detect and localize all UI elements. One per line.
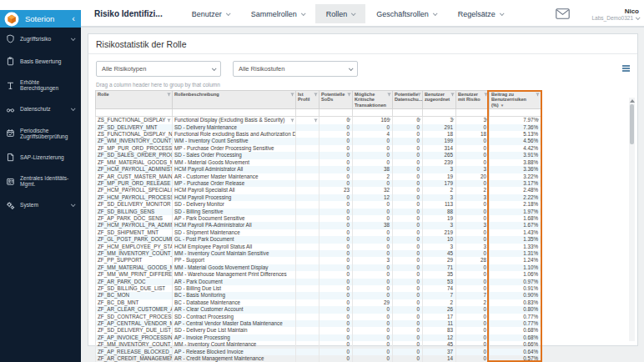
sidebar-item-sap-lizenzierung[interactable]: SAP-Lizenzierung [0,146,81,168]
tab-sammelrollen[interactable]: Sammelrollen [240,4,315,23]
filter-funnel-icon[interactable] [387,93,391,98]
table-row[interactable]: ZF_MP_PUR_ORD_PROCESSING_S...MP - Purcha… [96,145,541,152]
table-row[interactable]: ZF_SD_BILLING_SENSSD - Billing Sensitive… [96,209,541,215]
shield-icon [6,34,15,43]
table-row[interactable]: ZF_HCM_EMPLOYEE_PY_STATUS_ALLHCM Employe… [96,244,541,250]
sidebar-collapse-button[interactable]: ‹ [72,14,75,23]
sidebar-item-erh-hte-berechtigungen[interactable]: Erhöhte Berechtigungen [0,73,81,98]
filter-input-potentielle-sods[interactable] [319,109,353,117]
filter-input-benutzer-mit-risiko[interactable] [456,109,490,117]
cell-benutzer-zugeordnet: 3 [423,244,456,250]
column-header-benutzer-zugeordnet[interactable]: Benutzer zugeordnet [423,91,456,109]
mail-icon[interactable] [556,8,570,19]
table-row[interactable]: ZF_SD_SALES_ORDER_PROCESSINGSD - Sales O… [96,152,541,158]
table-row[interactable]: ZF_AR_PARK_DOCAR - Park Document0005300.… [96,279,541,285]
sidebar-item-basis-bewertung[interactable]: Basis Bewertung [0,50,81,73]
table-row[interactable]: ZF_PP_SUPPORTPP - Support03029281.24% [96,257,541,264]
column-header-potentielle-sods[interactable]: Potentielle SoDs [319,91,353,109]
table-row[interactable]: ZF_SD_CONTRACT_PROCESSINGSD - Contract P… [96,314,541,320]
table-row[interactable]: ZF_BC_MONBC - Basis Monitoring000770.90% [96,292,541,299]
module-title[interactable]: Risiko Identifizi... [94,9,163,18]
filter-funnel-icon[interactable] [167,111,171,126]
filter-input-moegliche-kritische-transaktionen[interactable] [353,109,393,117]
tab-rollen[interactable]: Rollen [315,4,366,23]
table-row[interactable]: ZF_AP_RELEASE_BLOCKED_INVOICEAP - Releas… [96,349,541,355]
sidebar-item-system[interactable]: System [0,194,81,217]
filter-funnel-icon[interactable] [417,111,421,126]
filter-funnel-icon[interactable] [484,111,488,126]
filter-funnel-icon[interactable] [314,93,318,98]
table-row[interactable]: ZF_HCM_PAYROLL_PROCESSING_ALLHCM Payroll… [96,194,541,201]
filter-funnel-icon[interactable] [347,111,351,126]
table-row[interactable]: ZF_WM_INVENTORY_COUNT_SENSWM - Inventory… [96,138,541,144]
table-row[interactable]: ZF_HCM_PAYROLL_SPECIALIST_ALLHCM Payroll… [96,187,541,194]
table-row[interactable]: ZF_GL_POST_PARK_DOCUMENTGL - Post Park D… [96,236,541,243]
table-row[interactable]: ZF_AR_CUST_MASTER_MAINTENAN...AR - Custo… [96,173,541,180]
tab-benutzer[interactable]: Benutzer [181,4,240,23]
filter-funnel-icon[interactable] [484,93,488,98]
filter-input-rolle[interactable] [96,109,173,117]
table-row[interactable]: ZF_AR_CLEAR_CUSTOMER_ACCOUNTAR - Clear C… [96,306,541,313]
table-row[interactable]: ZF_AP_CENTRAL_VENDOR_MD_MNTAP - Central … [96,320,541,327]
table-row[interactable]: ZF_MM_MATERIAL_GOODS_MOVE_MM - Material … [96,264,541,271]
table-row[interactable]: ZF_HCM_PAYROLL_PA_ADMIN_ALLHCM Payroll P… [96,222,541,229]
user-menu[interactable]: Nico Labs_Demo0321 [591,8,639,21]
filter-input-potentielle-datenschutz[interactable] [393,109,423,117]
sidebar-item-periodische-zugriffs-berpr-fung[interactable]: Periodische Zugriffsüberprüfung [0,121,81,147]
filter-funnel-icon[interactable] [450,93,455,98]
tab-gesch-ftsrollen[interactable]: Geschäftsrollen [365,4,447,23]
filter-input-beitrag-benutzerrisiken[interactable] [490,109,541,117]
sidebar-item-zugriffsrisiko[interactable]: Zugriffsrisiko [0,28,81,50]
vertical-scrollbar[interactable] [629,98,635,341]
table-row[interactable]: ZF_MP_PUR_ORD_RELEASEMP - Purchase Order… [96,180,541,187]
filter-funnel-icon[interactable] [347,93,351,98]
table-row[interactable]: ZF_MM_MATERIAL_GOODS_MOVEMM - Material G… [96,159,541,166]
filter-input-ist-profil[interactable] [296,109,319,117]
table-row[interactable]: ZF_SD_DELIVERY_MNTSD - Delivery Maintena… [96,124,541,131]
column-chooser-icon[interactable] [622,65,630,73]
risk-type-dropdown[interactable]: Alle Risikotypen [96,61,221,77]
column-header-rollenbeschreibung[interactable]: Rollenbeschreibung [173,91,296,109]
filter-funnel-icon[interactable] [290,93,294,98]
column-header-beitrag-benutzerrisiken[interactable]: Beitrag zu Benutzerrisiken (%)▼ [490,91,541,109]
table-row[interactable]: ZF_MM_WM_PRINT_DIFFERENCESMM - Warehouse… [96,271,541,278]
table-row[interactable]: ZF_AP_PARK_DOC_SENSAP - Park Document Se… [96,215,541,222]
filter-input-rollenbeschreibung[interactable] [173,109,296,117]
table-row[interactable]: ZF_BC_DB_MNTBC - Database Maintenance029… [96,299,541,306]
cell-benutzer-mit-risiko: 0 [456,334,490,341]
filter-funnel-icon[interactable] [417,93,421,98]
filter-funnel-icon[interactable] [536,93,540,98]
table-row[interactable]: ZF_SD_SHIPMENT_MNTSD - Shipment Maintena… [96,229,541,236]
scroll-up-arrow-icon[interactable] [630,99,635,103]
column-header-moegliche-kritische-transaktionen[interactable]: Mögliche Kritische Transaktionen [353,91,393,109]
cell-potentielle-datenschutz: 0 [393,173,423,180]
table-row[interactable]: ZF_MM_INVENTORY_COUNT_MNT_MM - Inventory… [96,250,541,257]
column-header-ist-profil[interactable]: Ist Profil [296,91,319,109]
sidebar-item-zentrales-identit-ts-mgmt[interactable]: Zentrales Identitäts-Mgmt. [0,168,81,194]
filter-funnel-icon[interactable] [387,111,391,126]
table-row[interactable]: ZF_MM_INVENTORY_COUNT_MNTMM - Inventory … [96,341,541,348]
filter-funnel-icon[interactable] [290,111,294,126]
table-row[interactable]: ZF_SD_DELIVERY_MONITORSD - Delivery Moni… [96,201,541,208]
filter-funnel-icon[interactable] [314,111,318,126]
column-header-rolle[interactable]: Rolle [96,91,173,109]
table-row[interactable]: ZF_HCM_PAYROLL_ADMINIST_ALLHCM Payroll A… [96,166,541,173]
table-row[interactable]: ZF_SD_DELIVERY_DUE_LIST_MNTSD - Delivery… [96,327,541,334]
table-row[interactable]: ZF_AR_CREDIT_MANAGEMENT_MNTAR - Credit M… [96,355,541,362]
cell-rolle: ZF_AP_RELEASE_BLOCKED_INVOICE [96,349,173,355]
column-header-potentielle-datenschutz[interactable]: Potentielle Datenschu... [393,91,423,109]
scrollbar-thumb[interactable] [630,104,634,144]
filter-input-benutzer-zugeordnet[interactable] [423,109,456,117]
table-row[interactable]: ZF_SD_BILLING_DUE_LISTSD - Billing Due L… [96,285,541,292]
table-row[interactable]: ZS_FUNCTIONAL_DISPLAY_NO_HCMFunctional R… [96,131,541,138]
tab-regels-tze[interactable]: Regelsätze [447,4,514,23]
filter-funnel-icon[interactable] [450,111,455,126]
cell-rollenbeschreibung: HCM Payroll Specialist All [173,187,296,194]
filter-funnel-icon[interactable] [536,111,540,126]
column-header-benutzer-mit-risiko[interactable]: Benutzer mit Risiko [456,91,490,109]
sidebar-item-datenschutz[interactable]: Datenschutz [0,98,81,121]
filter-funnel-icon[interactable] [167,93,171,98]
risk-level-dropdown[interactable]: Alle Risikostufen [233,61,358,77]
table-row[interactable]: ZF_AP_INVOICE_PROCESSINGAP - Invoice Pro… [96,334,541,341]
table-row[interactable]: ZS_FUNCTIONAL_DISPLAYFunctional Display … [96,117,541,124]
